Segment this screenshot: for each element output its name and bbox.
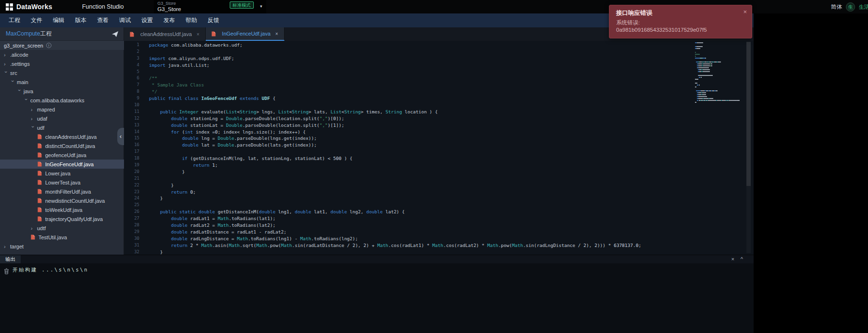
- sidebar-title: MaxCompute工程: [6, 30, 51, 38]
- tree-item-LowerTest.java[interactable]: LowerTest.java: [0, 178, 124, 187]
- code-editor[interactable]: 1234567891011121314151617181920212223242…: [124, 41, 754, 255]
- line-number: 24: [124, 195, 139, 202]
- close-tab-icon[interactable]: ×: [275, 31, 278, 37]
- tree-item-label: mapred: [37, 107, 55, 112]
- menu-item-发布[interactable]: 发布: [163, 16, 175, 25]
- collapse-icon[interactable]: ^: [741, 257, 743, 262]
- tree-item-g3_store_screen[interactable]: g3_store_screeni: [0, 41, 124, 50]
- chevron-right-icon[interactable]: ›: [31, 225, 36, 231]
- output-actions: × ^: [731, 255, 754, 263]
- tree-item-trajectoryQualifyUdf.java[interactable]: trajectoryQualifyUdf.java: [0, 214, 124, 223]
- line-number: 26: [124, 209, 139, 215]
- tab-cleanAddressUdf.java[interactable]: cleanAddressUdf.java×: [124, 27, 206, 41]
- code-line: double stationLat = Double.parseDouble(l…: [149, 122, 691, 129]
- menu-item-查看[interactable]: 查看: [97, 16, 109, 25]
- line-number: 32: [124, 249, 139, 255]
- editor-scrollbar[interactable]: [746, 42, 751, 253]
- dataworks-logo[interactable]: DataWorks: [6, 3, 52, 11]
- tree-item-.settings[interactable]: ›.settings: [0, 59, 124, 68]
- line-number: 4: [124, 62, 139, 69]
- close-icon[interactable]: ×: [743, 8, 747, 15]
- line-number: 6: [124, 75, 139, 82]
- java-file-icon: [130, 32, 136, 37]
- line-number: 15: [124, 135, 139, 142]
- line-number: 12: [124, 115, 139, 122]
- tree-item-mapred[interactable]: ›mapred: [0, 105, 124, 114]
- close-tab-icon[interactable]: ×: [197, 32, 199, 37]
- tree-item-main[interactable]: ›main: [0, 77, 124, 86]
- code-line: [149, 202, 691, 209]
- tree-item-udaf[interactable]: ›udaf: [0, 114, 124, 123]
- tree-item-label: TestUtil.java: [38, 234, 67, 240]
- code-area[interactable]: package com.alibaba.dataworks.udf; impor…: [149, 42, 691, 255]
- avatar[interactable]: 生: [846, 2, 855, 12]
- tree-item-label: .settings: [10, 61, 30, 67]
- language-selector[interactable]: 简体: [831, 3, 842, 11]
- chevron-right-icon[interactable]: ›: [4, 52, 9, 58]
- line-number: 9: [124, 95, 139, 102]
- tree-item-target[interactable]: ›target: [0, 242, 124, 251]
- chevron-right-icon[interactable]: ›: [31, 107, 36, 112]
- code-line: }: [149, 182, 691, 189]
- info-icon[interactable]: i: [46, 43, 51, 48]
- chevron-right-icon[interactable]: ›: [31, 116, 36, 122]
- tree-item-distinctCountUdf.java[interactable]: distinctCountUdf.java: [0, 141, 124, 150]
- code-line: * Sample Java Class: [149, 82, 691, 88]
- tree-item-src[interactable]: ›src: [0, 68, 124, 77]
- chevron-down-icon[interactable]: ›: [24, 99, 29, 103]
- tree-item-java[interactable]: ›java: [0, 86, 124, 96]
- menu-item-文件[interactable]: 文件: [31, 16, 42, 25]
- output-gutter: [0, 263, 12, 276]
- code-line: public Integer evaluate(List<String> lng…: [149, 109, 691, 115]
- menu-item-设置[interactable]: 设置: [141, 16, 153, 25]
- tree-item-com.alibaba.dataworks[interactable]: ›com.alibaba.dataworks: [0, 96, 124, 105]
- tree-item-udf[interactable]: ›udf: [0, 123, 124, 132]
- menu-item-反馈[interactable]: 反馈: [208, 16, 219, 25]
- topbar-right: 简体 生 生活区: [831, 0, 868, 13]
- line-number: 22: [124, 182, 139, 189]
- tree-item-udtf[interactable]: ›udtf: [0, 223, 124, 233]
- tab-output[interactable]: 输出: [0, 255, 21, 263]
- chevron-down-icon[interactable]: ›: [17, 89, 23, 94]
- chevron-down-icon[interactable]: ›: [3, 71, 9, 76]
- tree-item-InGeoFenceUdf.java[interactable]: InGeoFenceUdf.java: [0, 160, 124, 169]
- menu-item-帮助[interactable]: 帮助: [186, 16, 197, 25]
- output-text: 开始构建 ...\s\n\s\n: [12, 267, 88, 276]
- tree-item-Lower.java[interactable]: Lower.java: [0, 169, 124, 178]
- tree-item-newdistinctCountUdf.java[interactable]: newdistinctCountUdf.java: [0, 196, 124, 205]
- menu-item-编辑[interactable]: 编辑: [53, 16, 64, 25]
- send-icon[interactable]: [112, 31, 118, 37]
- sidebar-collapse-handle[interactable]: ‹: [117, 128, 124, 145]
- minimap[interactable]: [695, 42, 741, 104]
- project-selector[interactable]: G3_Store G3_Store 标准模式 ▾: [154, 0, 266, 13]
- line-number: 18: [124, 155, 139, 162]
- chevron-right-icon[interactable]: ›: [4, 244, 9, 249]
- tree-item-toWeekUdf.java[interactable]: toWeekUdf.java: [0, 205, 124, 214]
- chevron-down-icon: ▾: [260, 4, 262, 9]
- tree-item-TestUtil.java[interactable]: TestUtil.java: [0, 233, 124, 242]
- tree-item-cleanAddressUdf.java[interactable]: cleanAddressUdf.java: [0, 132, 124, 141]
- scrollbar-thumb[interactable]: [746, 42, 751, 186]
- chevron-down-icon[interactable]: ›: [30, 126, 36, 131]
- account-name[interactable]: 生活区: [859, 3, 868, 11]
- toast-error-label: 系统错误:: [616, 20, 745, 26]
- tree-item-label: cleanAddressUdf.java: [45, 134, 97, 140]
- java-file-icon: [31, 234, 37, 240]
- tree-item-monthFilterUdf.java[interactable]: monthFilterUdf.java: [0, 187, 124, 196]
- java-file-icon: [37, 216, 43, 222]
- line-number: 10: [124, 102, 139, 109]
- trash-icon[interactable]: [4, 268, 9, 276]
- tree-item-.alicode[interactable]: ›.alicode: [0, 50, 124, 59]
- menu-item-版本[interactable]: 版本: [75, 16, 87, 25]
- menu-item-工程[interactable]: 工程: [9, 16, 20, 25]
- chevron-right-icon[interactable]: ›: [4, 61, 9, 67]
- close-icon[interactable]: ×: [731, 257, 734, 262]
- tree-item-label: InGeoFenceUdf.java: [45, 161, 94, 167]
- menu-item-调试[interactable]: 调试: [119, 16, 131, 25]
- line-number: 11: [124, 109, 139, 115]
- code-line: }: [149, 249, 691, 255]
- chevron-down-icon[interactable]: ›: [10, 80, 16, 85]
- line-number: 19: [124, 162, 139, 169]
- tab-InGeoFenceUdf.java[interactable]: InGeoFenceUdf.java×: [206, 27, 285, 41]
- tree-item-geofenceUdf.java[interactable]: geofenceUdf.java: [0, 150, 124, 160]
